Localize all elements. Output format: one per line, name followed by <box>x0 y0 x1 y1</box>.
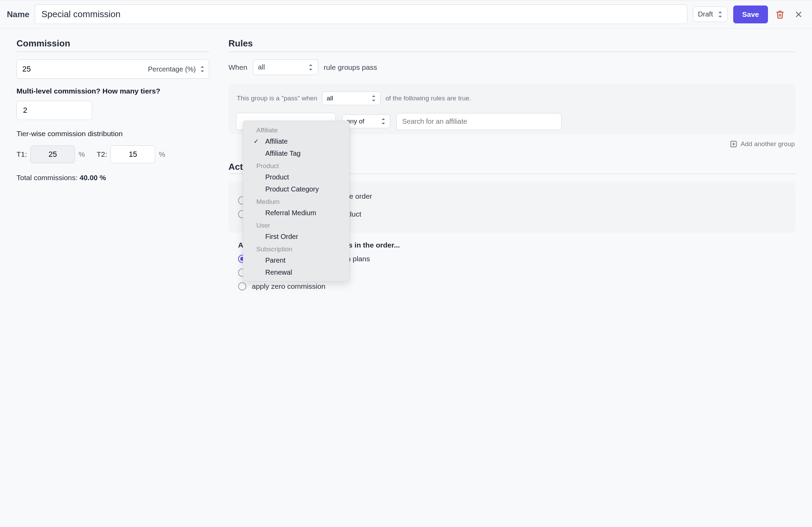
dropdown-group-label: Product <box>243 160 349 171</box>
trash-icon <box>776 10 784 19</box>
dropdown-group-label: Subscription <box>243 243 349 254</box>
dropdown-option[interactable]: Product Category <box>243 183 349 195</box>
commission-column: Commission Percentage (%) Multi-level co… <box>17 38 209 182</box>
chevron-updown-icon <box>371 95 376 101</box>
pct-label: % <box>78 150 85 158</box>
when-select[interactable]: all <box>253 59 318 75</box>
commission-type-select[interactable]: Percentage (%) <box>148 65 205 73</box>
rules-column: Rules When all rule groups pass This gro… <box>228 38 795 297</box>
multi-level-label: Multi-level commission? How many tiers? <box>17 87 209 95</box>
commission-amount-input[interactable] <box>17 60 148 78</box>
when-tail: rule groups pass <box>324 63 377 72</box>
remaining-opt-zero[interactable]: apply zero commission <box>238 282 786 290</box>
dropdown-option[interactable]: Product <box>243 171 349 183</box>
chevron-updown-icon <box>718 11 723 18</box>
t2-label: T2: <box>97 150 107 158</box>
t1-label: T1: <box>17 150 27 158</box>
dropdown-group-label: Affiliate <box>243 124 349 135</box>
page-header: Name Draft Save <box>0 0 812 29</box>
commission-amount-row: Percentage (%) <box>17 59 209 79</box>
tier-dist-label: Tier-wise commission distribution <box>17 130 209 138</box>
name-label: Name <box>7 10 29 19</box>
close-icon <box>794 10 803 19</box>
save-button[interactable]: Save <box>733 6 768 23</box>
status-select[interactable]: Draft <box>693 7 728 22</box>
status-value: Draft <box>698 10 713 18</box>
rule-value-input[interactable] <box>396 113 562 130</box>
chevron-updown-icon <box>308 64 313 70</box>
plus-square-icon <box>730 140 737 148</box>
rule-field-dropdown[interactable]: AffiliateAffiliateAffiliate TagProductPr… <box>243 121 350 282</box>
delete-button[interactable] <box>773 8 787 21</box>
total-commissions: Total commissions: 40.00 % <box>17 174 209 182</box>
dropdown-option[interactable]: Referral Medium <box>243 207 349 219</box>
when-label: When <box>228 63 247 72</box>
chevron-updown-icon <box>381 118 386 124</box>
commission-type-label: Percentage (%) <box>148 65 196 73</box>
dropdown-group-label: Medium <box>243 195 349 207</box>
group-head: This group is a "pass" when all of the f… <box>237 91 787 105</box>
tier-1: T1: % <box>17 145 85 163</box>
dropdown-group-label: User <box>243 219 349 231</box>
commission-title: Commission <box>17 38 209 52</box>
chevron-updown-icon <box>200 66 205 72</box>
tier-row: T1: % T2: % <box>17 145 209 163</box>
t2-input[interactable] <box>110 145 155 163</box>
group-pass-select[interactable]: all <box>322 91 381 105</box>
dropdown-option[interactable]: Affiliate <box>243 135 349 147</box>
dropdown-option[interactable]: Renewal <box>243 266 349 278</box>
when-line: When all rule groups pass <box>228 59 795 75</box>
name-input[interactable] <box>35 4 687 24</box>
t1-input[interactable] <box>30 145 75 163</box>
dropdown-option[interactable]: Parent <box>243 254 349 266</box>
dropdown-option[interactable]: Affiliate Tag <box>243 147 349 160</box>
rules-title: Rules <box>228 38 795 52</box>
radio-icon <box>238 282 246 290</box>
dropdown-option[interactable]: First Order <box>243 231 349 243</box>
pct-label: % <box>159 150 165 158</box>
close-button[interactable] <box>792 8 805 21</box>
tier-2: T2: % <box>97 145 165 163</box>
tiers-count-input[interactable] <box>17 101 92 120</box>
